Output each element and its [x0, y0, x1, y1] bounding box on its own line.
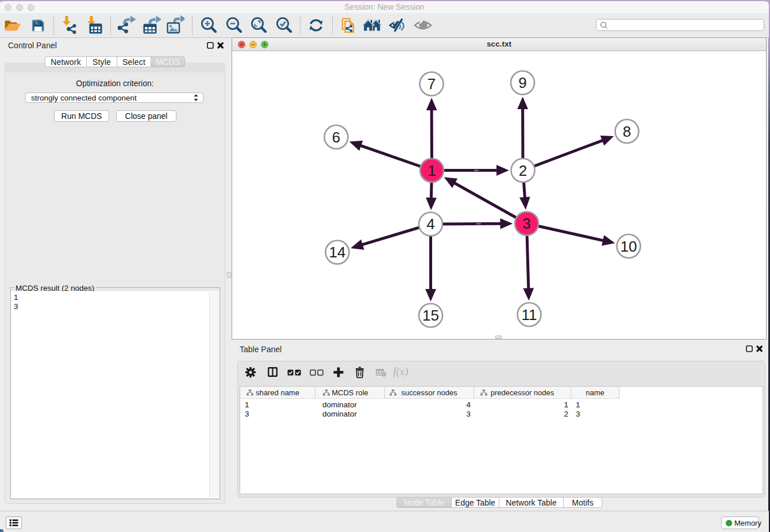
svg-text:4: 4	[426, 215, 434, 233]
svg-text:2: 2	[519, 162, 527, 179]
svg-text:6: 6	[332, 129, 340, 146]
svg-text:9: 9	[518, 74, 526, 91]
svg-text:1: 1	[428, 162, 436, 179]
svg-text:10: 10	[621, 238, 637, 255]
svg-text:8: 8	[623, 123, 631, 140]
svg-text:14: 14	[329, 244, 346, 261]
svg-text:11: 11	[522, 306, 537, 323]
svg-text:7: 7	[428, 75, 436, 92]
svg-text:3: 3	[522, 215, 530, 232]
svg-text:15: 15	[422, 307, 439, 324]
